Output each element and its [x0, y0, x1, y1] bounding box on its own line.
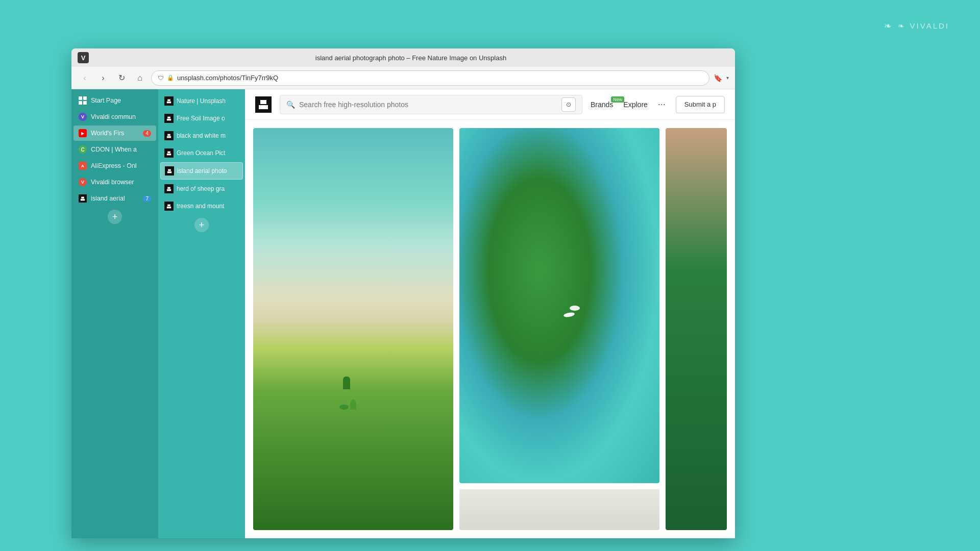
add-tab-button[interactable]: + — [194, 218, 209, 232]
tab-free-soil-label: Free Soil Image o — [177, 115, 239, 122]
tab-group-start-label: Start Page — [91, 97, 151, 104]
add-tab-group-button[interactable]: + — [108, 210, 122, 224]
tab-group-vivaldi-community[interactable]: V Vivaldi commun — [74, 109, 156, 124]
tab-treesn-mountain-label: treesn and mount — [177, 203, 239, 210]
unsplash-header: 🔍 ⊙ Brands New Explore ··· Submit a p — [245, 89, 735, 120]
shield-icon: 🛡 — [158, 74, 164, 82]
free-soil-icon — [164, 114, 174, 123]
tab-group-cdon-label: CDON | When a — [91, 146, 151, 153]
brands-new-badge: New — [611, 96, 624, 103]
search-bar: 🔍 ⊙ — [280, 95, 582, 114]
photo-column-2 — [459, 128, 659, 530]
web-content: 🔍 ⊙ Brands New Explore ··· Submit a p — [245, 89, 735, 538]
tab-nature-unsplash-label: Nature | Unsplash — [177, 97, 239, 105]
youtube-icon — [79, 129, 87, 137]
tab-group-island-aerial[interactable]: island aerial 7 — [74, 191, 156, 206]
tab-group-vivaldi-browser[interactable]: V Vivaldi browser — [74, 174, 156, 190]
vivaldi-logo-icon: ❧ — [884, 20, 894, 32]
tab-black-white-label: black and white m — [177, 132, 239, 139]
tab-free-soil[interactable]: Free Soil Image o — [160, 110, 243, 127]
url-input[interactable] — [177, 74, 703, 82]
tab-groups-sidebar: Start Page V Vivaldi commun World's Firs… — [71, 89, 158, 538]
browser-window: V island aerial photograph photo – Free … — [71, 48, 735, 538]
bookmark-icon[interactable]: 🔖 — [714, 74, 722, 82]
back-button[interactable]: ‹ — [78, 71, 92, 85]
tab-group-vivaldi-community-label: Vivaldi commun — [91, 113, 151, 120]
title-bar: V island aerial photograph photo – Free … — [71, 48, 735, 67]
tab-group-vivaldi-browser-label: Vivaldi browser — [91, 179, 151, 186]
cdon-icon: C — [79, 145, 87, 154]
tab-group-worlds-first[interactable]: World's Firs 4 — [74, 126, 156, 141]
tab-group-aliexpress[interactable]: A AliExpress - Onl — [74, 158, 156, 173]
tab-nature-unsplash[interactable]: Nature | Unsplash — [160, 93, 243, 109]
tab-island-aerial-photo[interactable]: island aerial photo — [160, 162, 243, 180]
photo-grid — [245, 120, 735, 538]
vivaldi-community-icon: V — [79, 113, 87, 121]
dropdown-icon[interactable]: ▾ — [726, 75, 729, 81]
tab-group-cdon[interactable]: C CDON | When a — [74, 142, 156, 157]
black-white-icon — [164, 131, 174, 140]
island-aerial-icon — [79, 194, 87, 203]
tab-island-aerial-photo-label: island aerial photo — [177, 167, 238, 174]
treesn-mountain-icon — [164, 202, 174, 211]
tab-black-white[interactable]: black and white m — [160, 128, 243, 144]
island-aerial-photo-icon — [165, 166, 174, 176]
nav-explore[interactable]: Explore — [623, 101, 647, 109]
refresh-button[interactable]: ↻ — [114, 71, 129, 85]
herd-sheep-icon — [164, 184, 174, 193]
tab-group-start[interactable]: Start Page — [74, 93, 156, 108]
tab-group-aliexpress-label: AliExpress - Onl — [91, 162, 151, 169]
green-ocean-icon — [164, 148, 174, 158]
submit-photo-button[interactable]: Submit a p — [676, 96, 725, 113]
tab-group-worlds-first-label: World's Firs — [91, 130, 139, 137]
page-title: island aerial photograph photo – Free Na… — [93, 54, 729, 62]
aliexpress-icon: A — [79, 162, 87, 170]
visual-search-button[interactable]: ⊙ — [561, 97, 576, 112]
nav-more-button[interactable]: ··· — [658, 99, 666, 110]
tab-group-island-aerial-label: island aerial — [91, 195, 139, 202]
tab-badge-worlds-first: 4 — [143, 130, 151, 137]
address-bar: 🛡 🔒 — [151, 70, 709, 86]
vivaldi-logo-text: ❧ VIVALDI — [898, 21, 949, 31]
nav-brands[interactable]: Brands New — [591, 101, 613, 109]
nature-unsplash-icon — [164, 96, 174, 106]
search-icon: 🔍 — [286, 101, 295, 109]
browser-logo: V — [78, 52, 89, 63]
start-page-icon — [79, 96, 87, 105]
tab-treesn-mountain[interactable]: treesn and mount — [160, 198, 243, 214]
photo-partial-coastal[interactable] — [666, 128, 727, 530]
tab-herd-sheep[interactable]: herd of sheep gra — [160, 181, 243, 197]
photo-bottom-small[interactable] — [459, 489, 659, 530]
tab-herd-sheep-label: herd of sheep gra — [177, 185, 239, 192]
search-input[interactable] — [299, 101, 557, 109]
photo-beach-aerial[interactable] — [253, 128, 453, 530]
nav-bar: ‹ › ↻ ⌂ 🛡 🔒 🔖 ▾ — [71, 67, 735, 89]
photo-column-3 — [666, 128, 727, 530]
vivaldi-branding: ❧ ❧ VIVALDI — [884, 20, 949, 32]
tab-badge-island-aerial: 7 — [143, 195, 151, 202]
vivaldi-browser-icon: V — [79, 178, 87, 186]
photo-island-turquoise[interactable] — [459, 128, 659, 483]
main-content: Start Page V Vivaldi commun World's Firs… — [71, 89, 735, 538]
unsplash-nav: Brands New Explore ··· Submit a p — [591, 96, 725, 113]
tab-green-ocean-label: Green Ocean Pict — [177, 149, 239, 157]
tab-list-sidebar: Nature | Unsplash Free Soil Image o — [158, 89, 245, 538]
tab-green-ocean[interactable]: Green Ocean Pict — [160, 145, 243, 161]
forward-button[interactable]: › — [96, 71, 110, 85]
photo-column-1 — [253, 128, 453, 530]
home-button[interactable]: ⌂ — [133, 71, 147, 85]
unsplash-logo[interactable] — [255, 96, 272, 113]
lock-icon: 🔒 — [167, 74, 174, 81]
